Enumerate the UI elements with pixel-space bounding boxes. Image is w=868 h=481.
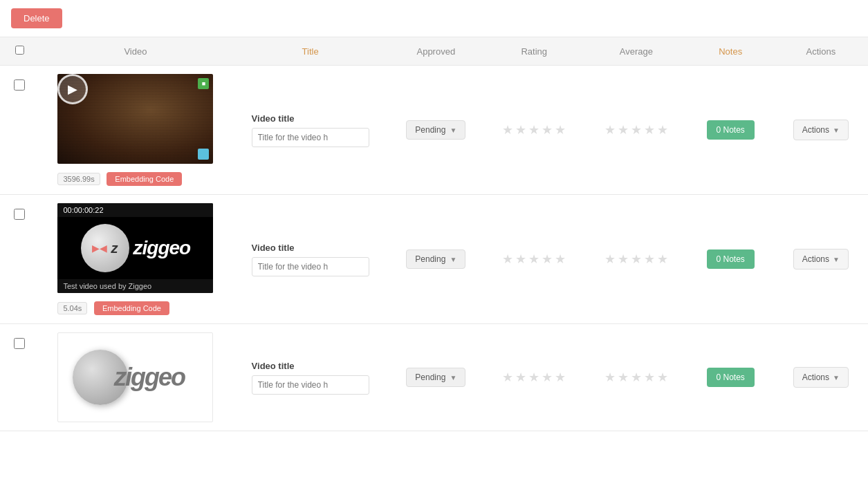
col-header-actions: Actions <box>774 37 868 66</box>
row-3-average-cell: ★ ★ ★ ★ ★ <box>585 324 687 431</box>
row-2-rating-stars[interactable]: ★ ★ ★ ★ ★ <box>502 252 566 267</box>
select-all-checkbox[interactable] <box>15 46 24 55</box>
row-3-title-label: Video title <box>252 361 369 371</box>
star-3[interactable]: ★ <box>528 370 539 385</box>
row-1-pending-button[interactable]: Pending ▼ <box>406 120 465 140</box>
avg-star-1: ★ <box>604 370 616 385</box>
ziggeo-brand-in-circle: z <box>111 240 118 256</box>
avg-star-3: ★ <box>631 122 642 138</box>
row-3-pending-label: Pending <box>415 372 445 382</box>
row-2-check-cell <box>0 195 39 324</box>
row-2-controls: 5.04s Embedding Code <box>57 297 213 315</box>
row-2-rating-cell: ★ ★ ★ ★ ★ <box>483 195 585 324</box>
row-3-pending-button[interactable]: Pending ▼ <box>406 368 465 387</box>
video-table: Video Title Approved Rating Average Note… <box>0 37 868 431</box>
row-3-title-cell: Video title <box>232 324 389 431</box>
table-row: 00:00:00:22 ▶◀ z ziggeo <box>0 195 868 324</box>
avg-star-1: ★ <box>604 122 616 138</box>
ziggeo-play-wrap: ▶◀ z <box>92 240 118 256</box>
col-header-rating: Rating <box>483 37 585 66</box>
row-3-approved-cell: Pending ▼ <box>389 324 483 431</box>
row-1-rating-cell: ★ ★ ★ ★ ★ <box>483 66 585 195</box>
row-3-rating-cell: ★ ★ ★ ★ ★ <box>483 324 585 431</box>
col-header-video: Video <box>39 37 232 66</box>
star-2[interactable]: ★ <box>515 370 526 385</box>
avg-star-3: ★ <box>631 252 642 267</box>
row-1-title-cell: Video title <box>232 66 389 195</box>
ziggeo-play-icon: ▶◀ <box>92 243 107 254</box>
star-4[interactable]: ★ <box>542 122 553 138</box>
row-1-actions-cell: Actions ▼ <box>774 66 868 195</box>
row-2-notes-button[interactable]: 0 Notes <box>707 249 755 269</box>
row-2-actions-button[interactable]: Actions ▼ <box>793 249 849 270</box>
row-3-check-cell <box>0 324 39 431</box>
row-3-thumbnail[interactable]: ziggeo <box>57 332 213 422</box>
row-3-notes-cell: 0 Notes <box>687 324 774 431</box>
row-1-rating-stars[interactable]: ★ ★ ★ ★ ★ <box>502 122 566 138</box>
row-1-video-wrap: ▶ ■ 3596.99s Embedding Code <box>57 74 213 186</box>
star-3[interactable]: ★ <box>528 252 539 267</box>
green-corner-badge: ■ <box>198 78 209 89</box>
row-1-title-input[interactable] <box>252 128 369 147</box>
star-5[interactable]: ★ <box>555 370 566 385</box>
avg-star-4: ★ <box>644 370 655 385</box>
row-2-embed-button[interactable]: Embedding Code <box>94 301 169 315</box>
row-1-notes-cell: 0 Notes <box>687 66 774 195</box>
row-3-actions-cell: Actions ▼ <box>774 324 868 431</box>
avg-star-5: ★ <box>657 122 668 138</box>
row-3-actions-label: Actions <box>802 372 829 382</box>
ziggeo-brand-bar: Test video used by Ziggeo <box>57 279 213 293</box>
row-3-title-input[interactable] <box>252 375 369 395</box>
row-1-actions-caret: ▼ <box>833 126 840 134</box>
row-2-checkbox[interactable] <box>14 209 25 220</box>
avg-star-2: ★ <box>618 252 629 267</box>
star-1[interactable]: ★ <box>502 370 513 385</box>
row-1-embed-button[interactable]: Embedding Code <box>107 172 182 186</box>
avg-star-4: ★ <box>644 122 655 138</box>
row-2-pending-button[interactable]: Pending ▼ <box>406 249 465 269</box>
row-2-pending-label: Pending <box>415 254 445 264</box>
delete-button[interactable]: Delete <box>11 8 62 28</box>
avg-star-1: ★ <box>604 252 616 267</box>
row-3-notes-button[interactable]: 0 Notes <box>707 368 755 387</box>
star-3[interactable]: ★ <box>528 122 539 138</box>
star-1[interactable]: ★ <box>502 252 513 267</box>
row-2-actions-caret: ▼ <box>833 256 840 263</box>
row-3-title-block: Video title <box>252 361 369 395</box>
row-1-duration: 3596.99s <box>57 173 100 185</box>
row-1-checkbox[interactable] <box>14 79 25 91</box>
star-2[interactable]: ★ <box>515 122 526 138</box>
row-3-logo: ziggeo <box>86 363 185 392</box>
row-2-thumbnail[interactable]: 00:00:00:22 ▶◀ z ziggeo <box>57 203 213 293</box>
row-3-logo-container: ziggeo <box>58 333 212 422</box>
row-3-rating-stars[interactable]: ★ ★ ★ ★ ★ <box>502 370 566 385</box>
star-5[interactable]: ★ <box>555 252 566 267</box>
col-header-check <box>0 37 39 66</box>
row-2-duration: 5.04s <box>57 302 87 314</box>
col-header-title: Title <box>232 37 389 66</box>
row-3-brand-text: ziggeo <box>114 363 185 392</box>
row-3-actions-button[interactable]: Actions ▼ <box>793 367 849 388</box>
row-2-video-wrap: 00:00:00:22 ▶◀ z ziggeo <box>57 203 213 315</box>
row-2-title-input[interactable] <box>252 257 369 276</box>
row-2-average-stars: ★ ★ ★ ★ ★ <box>604 252 668 267</box>
row-2-caret-icon: ▼ <box>450 256 456 263</box>
star-4[interactable]: ★ <box>542 252 553 267</box>
row-1-thumbnail[interactable]: ▶ ■ <box>57 74 213 164</box>
row-1-actions-button[interactable]: Actions ▼ <box>793 120 849 140</box>
row-2-title-cell: Video title <box>232 195 389 324</box>
star-5[interactable]: ★ <box>555 122 566 138</box>
row-3-video-cell: ziggeo <box>39 324 232 431</box>
star-1[interactable]: ★ <box>502 122 513 138</box>
star-4[interactable]: ★ <box>542 370 553 385</box>
row-3-average-stars: ★ ★ ★ ★ ★ <box>604 370 668 385</box>
row-2-title-block: Video title <box>252 243 369 276</box>
row-1-approved-cell: Pending ▼ <box>389 66 483 195</box>
row-3-checkbox[interactable] <box>14 338 25 349</box>
star-2[interactable]: ★ <box>515 252 526 267</box>
row-2-actions-cell: Actions ▼ <box>774 195 868 324</box>
ziggeo-timestamp: 00:00:00:22 <box>57 203 213 217</box>
row-1-notes-button[interactable]: 0 Notes <box>707 120 755 140</box>
row-2-title-label: Video title <box>252 243 369 253</box>
avg-star-2: ★ <box>618 370 629 385</box>
